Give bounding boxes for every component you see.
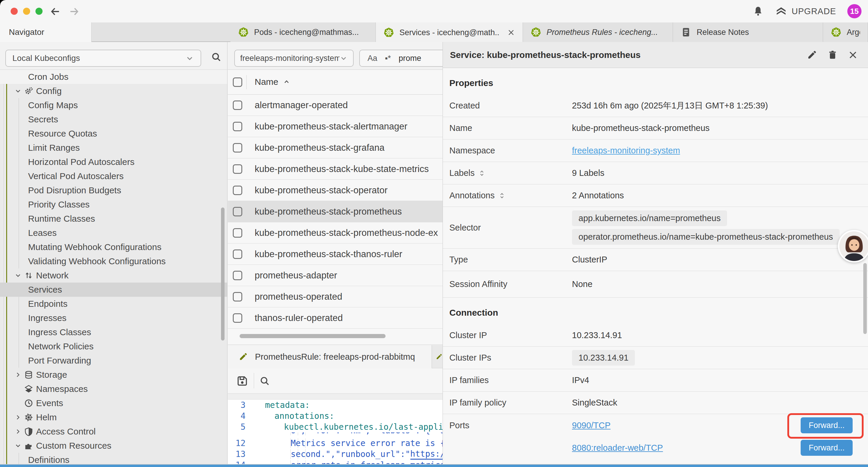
kubeconfig-select[interactable]: Local Kubeconfigs (5, 50, 201, 67)
chevron-down-icon[interactable] (15, 442, 21, 449)
notifications-bell-icon[interactable] (752, 5, 764, 17)
match-case-toggle[interactable]: Aa (368, 54, 377, 63)
delete-trash-icon[interactable] (827, 50, 838, 60)
sidebar-item-leases[interactable]: Leases (0, 226, 227, 240)
tab-release-notes[interactable]: Release Notes (673, 23, 823, 42)
chevron-down-icon[interactable] (15, 88, 21, 94)
table-row[interactable]: prometheus-adapter (228, 265, 442, 286)
tab-pods-icecheng-mathmas[interactable]: Pods - icecheng@mathmas... (230, 23, 376, 42)
zoom-window-button[interactable] (35, 8, 42, 15)
row-checkbox[interactable] (233, 164, 242, 174)
table-horizontal-scrollbar[interactable] (240, 334, 385, 338)
save-icon[interactable] (236, 375, 248, 387)
namespace-select[interactable]: freeleaps-monitoring-system (234, 50, 354, 67)
sidebar-item-network[interactable]: Network (0, 268, 227, 283)
port-link[interactable]: 9090/TCP (572, 420, 611, 430)
sidebar-item-custom-resources[interactable]: Custom Resources (0, 439, 227, 453)
table-row[interactable]: kube-prometheus-stack-operator (228, 180, 442, 201)
port-link[interactable]: 8080:reloader-web/TCP (572, 443, 663, 453)
sidebar-item-namespaces[interactable]: Namespaces (0, 382, 227, 396)
sidebar-item-mutating-webhook-configurations[interactable]: Mutating Webhook Configurations (0, 240, 227, 254)
upgrade-button[interactable]: UPGRADE (775, 5, 836, 17)
table-row[interactable]: kube-prometheus-stack-kube-state-metrics (228, 158, 442, 180)
row-checkbox[interactable] (233, 185, 242, 195)
sidebar-item-resource-quotas[interactable]: Resource Quotas (0, 126, 227, 141)
sidebar-item-network-policies[interactable]: Network Policies (0, 339, 227, 353)
sidebar-item-runtime-classes[interactable]: Runtime Classes (0, 212, 227, 226)
sidebar-item-config[interactable]: Config (0, 84, 227, 98)
sidebar-item-cron-jobs[interactable]: Cron Jobs (0, 70, 227, 84)
table-row[interactable]: kube-prometheus-stack-prometheus (228, 201, 442, 222)
sidebar-item-port-forwarding[interactable]: Port Forwarding (0, 353, 227, 368)
details-scrollbar[interactable] (863, 263, 867, 334)
row-checkbox[interactable] (233, 143, 242, 152)
row-checkbox[interactable] (233, 292, 242, 301)
row-checkbox[interactable] (233, 207, 242, 216)
chevron-down-icon[interactable] (15, 272, 21, 279)
sidebar-scrollbar[interactable] (221, 207, 224, 341)
tab-argo-se[interactable]: Argo Se (823, 23, 868, 42)
row-checkbox[interactable] (233, 122, 242, 131)
tab-close-icon[interactable] (507, 29, 515, 36)
service-filter-input[interactable]: Aa ▪* prome (359, 50, 448, 67)
table-row[interactable]: thanos-ruler-operated (228, 308, 442, 329)
sidebar-item-endpoints[interactable]: Endpoints (0, 297, 227, 311)
sidebar-item-access-control[interactable]: Access Control (0, 425, 227, 439)
sidebar-item-pod-disruption-budgets[interactable]: Pod Disruption Budgets (0, 183, 227, 198)
yaml-editor[interactable]: 3metadata:4annotations:5kubectl.kubernet… (228, 400, 442, 465)
sidebar-item-secrets[interactable]: Secrets (0, 112, 227, 126)
tab-prometheus-rules-icecheng[interactable]: Prometheus Rules - icecheng... (523, 23, 673, 42)
editor-tab-prometheusrule[interactable]: PrometheusRule: freeleaps-prod-rabbitmq (228, 345, 432, 368)
sidebar-item-ingresses[interactable]: Ingresses (0, 311, 227, 325)
chevron-right-icon[interactable] (15, 428, 21, 435)
column-name-header[interactable]: Name (255, 77, 290, 87)
tab-navigator[interactable]: Navigator (0, 23, 92, 42)
chevron-right-icon[interactable] (15, 414, 21, 420)
close-window-button[interactable] (11, 8, 18, 15)
editor-search-icon[interactable] (259, 375, 270, 387)
forward-icon[interactable] (68, 6, 80, 17)
sidebar-item-events[interactable]: Events (0, 396, 227, 410)
row-checkbox[interactable] (233, 228, 242, 238)
table-row[interactable]: kube-prometheus-stack-alertmanager (228, 116, 442, 137)
sidebar-item-config-maps[interactable]: Config Maps (0, 98, 227, 112)
edit-pencil-icon[interactable] (807, 50, 817, 60)
sidebar-item-horizontal-pod-autoscalers[interactable]: Horizontal Pod Autoscalers (0, 155, 227, 169)
table-row[interactable]: kube-prometheus-stack-prometheus-node-ex… (228, 222, 442, 243)
table-row[interactable]: alertmanager-operated (228, 95, 442, 116)
sidebar-item-ingress-classes[interactable]: Ingress Classes (0, 325, 227, 339)
chevron-right-icon[interactable] (15, 372, 21, 378)
close-icon[interactable] (848, 50, 858, 60)
editor-tab-next[interactable] (432, 345, 442, 368)
sidebar-search-icon[interactable] (211, 52, 222, 63)
table-row[interactable]: kube-prometheus-stack-grafana (228, 137, 442, 158)
sidebar-item-helm[interactable]: Helm (0, 410, 227, 425)
sidebar-item-definitions[interactable]: Definitions (0, 453, 227, 465)
row-checkbox[interactable] (233, 313, 242, 323)
selector-chip: operator.prometheus.io/name=kube-prometh… (572, 229, 840, 245)
row-checkbox[interactable] (233, 100, 242, 110)
notification-count-badge[interactable]: 15 (847, 4, 862, 18)
tab-services-icecheng-math[interactable]: Services - icecheng@math... (376, 23, 523, 42)
row-checkbox[interactable] (233, 271, 242, 280)
sidebar-item-priority-classes[interactable]: Priority Classes (0, 198, 227, 212)
sidebar-item-storage[interactable]: Storage (0, 368, 227, 382)
forward-button[interactable]: Forward... (801, 440, 852, 456)
expand-collapse-icon[interactable] (478, 170, 485, 176)
sidebar-item-services[interactable]: Services (0, 283, 227, 297)
service-name: alertmanager-operated (255, 100, 438, 111)
regex-toggle[interactable]: ▪* (385, 54, 391, 63)
back-icon[interactable] (50, 6, 61, 17)
sidebar-item-vertical-pod-autoscalers[interactable]: Vertical Pod Autoscalers (0, 169, 227, 183)
namespace-link[interactable]: freeleaps-monitoring-system (572, 146, 680, 155)
sidebar-item-limit-ranges[interactable]: Limit Ranges (0, 141, 227, 155)
minimize-window-button[interactable] (23, 8, 30, 15)
expand-collapse-icon[interactable] (499, 193, 505, 199)
code-link[interactable]: https://net (410, 449, 442, 460)
avatar[interactable] (838, 230, 868, 262)
row-checkbox[interactable] (233, 250, 242, 259)
table-row[interactable]: prometheus-operated (228, 286, 442, 308)
sidebar-item-validating-webhook-configurations[interactable]: Validating Webhook Configurations (0, 254, 227, 268)
table-row[interactable]: kube-prometheus-stack-thanos-ruler (228, 243, 442, 265)
select-all-checkbox[interactable] (233, 78, 242, 87)
